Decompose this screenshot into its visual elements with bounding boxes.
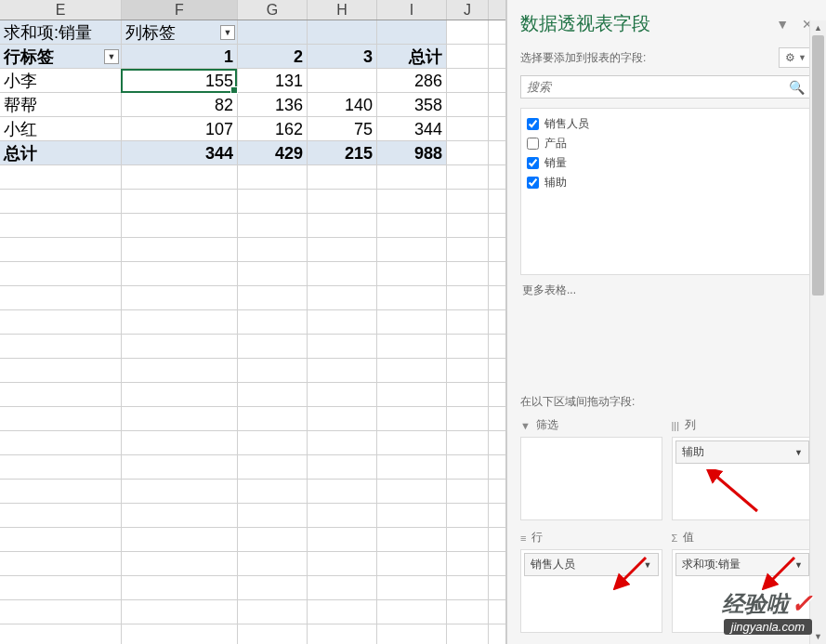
cell-value[interactable]: 75 xyxy=(308,117,377,140)
cell[interactable] xyxy=(447,117,489,140)
field-item[interactable]: 辅助 xyxy=(527,173,806,192)
field-item[interactable]: 产品 xyxy=(527,134,806,153)
cell[interactable] xyxy=(308,20,377,44)
field-label: 销量 xyxy=(544,155,567,171)
cell-value[interactable]: 286 xyxy=(377,69,447,92)
chevron-down-icon[interactable]: ▼ xyxy=(794,448,803,457)
row-field-pill[interactable]: 销售人员 ▼ xyxy=(524,553,659,576)
filter-icon: ▼ xyxy=(520,420,531,431)
cell-value[interactable] xyxy=(308,69,377,92)
search-box: 🔍 xyxy=(520,75,813,99)
cell[interactable] xyxy=(447,93,489,116)
total-value[interactable]: 344 xyxy=(122,141,238,164)
cell-value[interactable]: 155 xyxy=(122,69,238,92)
row-label[interactable]: 小李 xyxy=(0,69,122,92)
col-header-F[interactable]: F xyxy=(122,0,238,20)
col-header-E[interactable]: E xyxy=(0,0,122,20)
cell[interactable] xyxy=(447,141,489,164)
chevron-down-icon[interactable]: ▼ xyxy=(794,560,803,570)
columns-icon: ||| xyxy=(672,420,680,431)
gear-icon: ⚙ xyxy=(785,51,795,64)
cell-value[interactable]: 82 xyxy=(122,93,238,116)
chevron-down-icon: ▼ xyxy=(798,53,806,62)
col-labels-cell[interactable]: 列标签 ▼ xyxy=(122,20,238,44)
row-labels-text: 行标签 xyxy=(4,47,54,66)
col-total[interactable]: 总计 xyxy=(377,45,447,68)
cell[interactable] xyxy=(447,69,489,92)
scroll-thumb[interactable] xyxy=(812,35,824,296)
search-input[interactable] xyxy=(521,76,781,98)
pane-title: 数据透视表字段 xyxy=(520,11,650,36)
cell-value[interactable]: 344 xyxy=(377,117,447,140)
rows-drop-area[interactable]: 销售人员 ▼ xyxy=(520,549,662,633)
cell-value[interactable]: 131 xyxy=(238,69,308,92)
cell-value[interactable]: 358 xyxy=(377,93,447,116)
scroll-down-icon[interactable]: ▼ xyxy=(810,629,826,644)
zone-label-text: 筛选 xyxy=(536,417,558,433)
drop-zones: ▼筛选 |||列 辅助 ▼ ≡行 销售人员 ▼ Σ值 xyxy=(520,417,813,633)
col-header-G[interactable]: G xyxy=(238,0,308,20)
grid-body[interactable]: 求和项:销量 列标签 ▼ 行标签 ▼ 1 2 3 总计 小李 155 xyxy=(0,20,505,644)
pane-subtitle: 选择要添加到报表的字段: xyxy=(520,50,646,66)
column-headers: E F G H I J xyxy=(0,0,505,20)
pill-label: 销售人员 xyxy=(531,557,575,572)
chevron-down-icon[interactable]: ▼ xyxy=(644,560,652,570)
table-row: 小李 155 131 286 xyxy=(0,69,505,93)
spreadsheet-area: E F G H I J 求和项:销量 列标签 ▼ 行标签 ▼ 1 2 xyxy=(0,0,506,644)
columns-drop-area[interactable]: 辅助 ▼ xyxy=(672,437,814,520)
col-1[interactable]: 1 xyxy=(122,45,238,68)
cell-value[interactable]: 140 xyxy=(308,93,377,116)
col-header-I[interactable]: I xyxy=(377,0,447,20)
row-label[interactable]: 小红 xyxy=(0,117,122,140)
zone-label-text: 列 xyxy=(685,417,696,433)
filter-dropdown-icon[interactable]: ▼ xyxy=(220,25,235,40)
total-label[interactable]: 总计 xyxy=(0,141,122,164)
table-row: 帮帮 82 136 140 358 xyxy=(0,93,505,117)
filter-zone: ▼筛选 xyxy=(520,417,662,520)
drag-instruction: 在以下区域间拖动字段: xyxy=(520,394,813,410)
pivot-total-row: 总计 344 429 215 988 xyxy=(0,141,505,165)
field-checkbox[interactable] xyxy=(527,157,539,169)
cell-value[interactable]: 162 xyxy=(238,117,308,140)
gear-button[interactable]: ⚙ ▼ xyxy=(779,47,813,68)
pill-label: 求和项:销量 xyxy=(682,557,741,572)
total-value[interactable]: 429 xyxy=(238,141,308,164)
pivot-row-header-2: 行标签 ▼ 1 2 3 总计 xyxy=(0,45,505,69)
values-drop-area[interactable]: 求和项:销量 ▼ xyxy=(672,549,814,633)
search-icon[interactable]: 🔍 xyxy=(781,76,812,98)
field-checkbox[interactable] xyxy=(527,138,539,150)
filter-dropdown-icon[interactable]: ▼ xyxy=(104,49,119,64)
cell[interactable] xyxy=(238,20,308,44)
cell-value[interactable]: 136 xyxy=(238,93,308,116)
row-labels-cell[interactable]: 行标签 ▼ xyxy=(0,45,122,68)
values-zone: Σ值 求和项:销量 ▼ xyxy=(672,530,814,633)
vertical-scrollbar[interactable]: ▲ ▼ xyxy=(809,20,826,644)
value-field-pill[interactable]: 求和项:销量 ▼ xyxy=(675,553,810,576)
cell[interactable] xyxy=(447,20,489,44)
rows-zone: ≡行 销售人员 ▼ xyxy=(520,530,662,633)
sum-label[interactable]: 求和项:销量 xyxy=(0,20,122,44)
col-2[interactable]: 2 xyxy=(238,45,308,68)
filter-drop-area[interactable] xyxy=(520,437,662,520)
scroll-up-icon[interactable]: ▲ xyxy=(810,20,826,35)
field-item[interactable]: 销售人员 xyxy=(527,114,806,134)
total-value[interactable]: 215 xyxy=(308,141,377,164)
zone-label-text: 行 xyxy=(531,530,543,545)
more-tables-link[interactable]: 更多表格... xyxy=(520,283,813,298)
columns-zone: |||列 辅助 ▼ xyxy=(672,417,814,520)
pane-menu-icon[interactable]: ▼ xyxy=(776,17,789,32)
pill-label: 辅助 xyxy=(682,444,704,460)
cell-value[interactable]: 107 xyxy=(122,117,238,140)
cell[interactable] xyxy=(447,45,489,68)
col-header-H[interactable]: H xyxy=(308,0,377,20)
field-item[interactable]: 销量 xyxy=(527,153,806,173)
col-header-J[interactable]: J xyxy=(447,0,489,20)
total-value[interactable]: 988 xyxy=(377,141,447,164)
column-field-pill[interactable]: 辅助 ▼ xyxy=(675,440,810,464)
cell[interactable] xyxy=(377,20,447,44)
row-label[interactable]: 帮帮 xyxy=(0,93,122,116)
table-row: 小红 107 162 75 344 xyxy=(0,117,505,141)
field-checkbox[interactable] xyxy=(527,118,539,130)
col-3[interactable]: 3 xyxy=(308,45,377,68)
field-checkbox[interactable] xyxy=(527,177,539,189)
